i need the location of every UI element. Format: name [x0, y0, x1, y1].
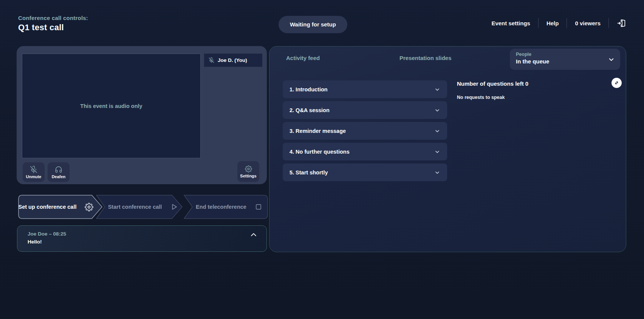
questions-left-counter: Number of questions left 0 — [457, 80, 528, 87]
gear-icon — [245, 165, 252, 173]
viewers-count[interactable]: 0 viewers — [567, 20, 608, 26]
gear-icon — [85, 203, 93, 211]
agenda-item-label: 3. Reminder message — [289, 128, 346, 134]
stop-icon — [255, 203, 262, 211]
end-teleconference-button[interactable]: End teleconference — [184, 195, 268, 219]
chat-message-card: Joe Doe – 08:25 Hello! — [17, 225, 267, 252]
agenda-item-qa-session[interactable]: 2. Q&A session — [283, 101, 447, 119]
chevron-down-icon — [434, 86, 440, 92]
chevron-down-icon — [608, 56, 615, 63]
chat-message-text: Hello! — [28, 239, 42, 245]
agenda-item-start-shortly[interactable]: 5. Start shortly — [283, 163, 447, 181]
chevron-down-icon — [434, 170, 440, 176]
leave-button[interactable] — [609, 18, 626, 28]
setup-conference-call-button[interactable]: Set up conference call — [18, 195, 103, 219]
tab-presentation-slides[interactable]: Presentation slides — [399, 55, 452, 61]
activity-panel: Activity feed Presentation slides People… — [269, 46, 626, 252]
participant-tag-label: Joe D. (You) — [218, 57, 247, 63]
chevron-down-icon — [434, 128, 440, 134]
page-title: Q1 test call — [18, 23, 64, 32]
unmute-label: Unmute — [26, 174, 42, 179]
chevron-up-icon — [250, 231, 257, 239]
agenda-item-introduction[interactable]: 1. Introduction — [283, 80, 447, 98]
settings-label: Settings — [240, 174, 256, 178]
video-preview: This event is audio only — [22, 54, 201, 158]
deafen-label: Deafen — [52, 174, 66, 179]
chat-author-timestamp: Joe Doe – 08:25 — [28, 231, 66, 237]
top-nav: Event settings Help 0 viewers — [483, 17, 626, 29]
settings-button[interactable]: Settings — [237, 161, 259, 182]
participant-tag: Joe D. (You) — [204, 54, 262, 67]
tab-activity-feed[interactable]: Activity feed — [286, 55, 320, 61]
chevron-down-icon — [434, 107, 440, 113]
agenda-list: 1. Introduction 2. Q&A session 3. Remind… — [283, 80, 447, 184]
agenda-item-label: 4. No further questions — [289, 149, 350, 155]
conference-controls-app: Conference call controls: Q1 test call W… — [0, 0, 644, 319]
agenda-item-reminder-message[interactable]: 3. Reminder message — [283, 122, 447, 140]
mic-off-icon — [30, 166, 37, 173]
people-queue-dropdown[interactable]: People In the queue — [510, 49, 620, 70]
headphones-icon — [55, 166, 62, 173]
people-dropdown-value: In the queue — [516, 58, 614, 65]
event-settings-link[interactable]: Event settings — [483, 20, 538, 26]
audio-only-message: This event is audio only — [80, 103, 142, 109]
expand-queue-button[interactable] — [611, 78, 622, 88]
play-icon — [170, 203, 178, 211]
start-conference-call-button[interactable]: Start conference call — [96, 195, 183, 219]
help-link[interactable]: Help — [539, 20, 567, 26]
setup-conference-call-label: Set up conference call — [19, 204, 77, 210]
people-dropdown-label: People — [516, 52, 614, 57]
unmute-button[interactable]: Unmute — [23, 162, 45, 182]
agenda-item-label: 5. Start shortly — [289, 170, 328, 176]
start-conference-call-label: Start conference call — [108, 204, 162, 210]
agenda-item-no-further-questions[interactable]: 4. No further questions — [283, 143, 447, 160]
mic-off-icon — [209, 57, 214, 63]
agenda-item-label: 1. Introduction — [289, 86, 328, 92]
chat-collapse-button[interactable] — [248, 230, 259, 240]
no-requests-message: No requests to speak — [457, 95, 505, 100]
expand-diagonal-icon — [614, 80, 619, 86]
chevron-down-icon — [434, 149, 440, 155]
deafen-button[interactable]: Deafen — [48, 162, 70, 182]
end-teleconference-label: End teleconference — [196, 204, 246, 210]
agenda-item-label: 2. Q&A session — [289, 107, 330, 113]
header-subtitle: Conference call controls: — [18, 15, 88, 21]
exit-door-icon — [617, 18, 626, 28]
status-pill: Waiting for setup — [279, 16, 347, 33]
stage-panel: This event is audio only Joe D. (You) Un… — [17, 46, 267, 184]
